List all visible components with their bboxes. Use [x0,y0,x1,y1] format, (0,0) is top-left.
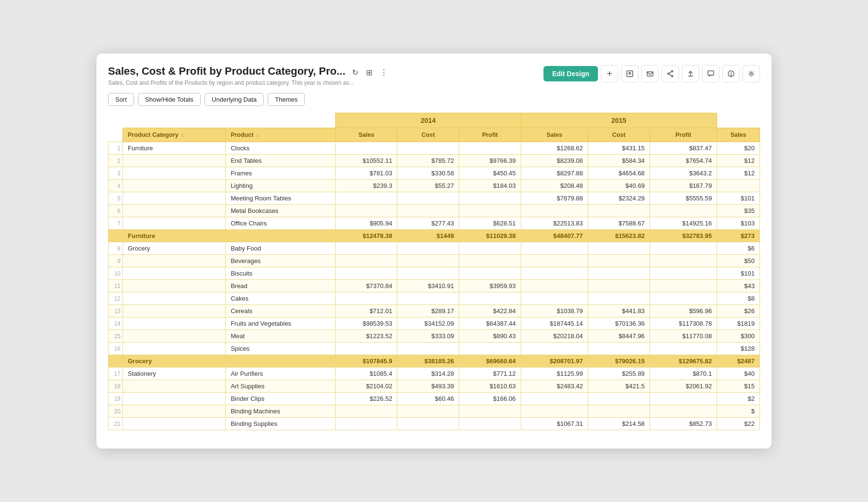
category-cell [123,267,226,280]
product-category-sort-icon[interactable]: ↓ [181,132,184,138]
subtotal-row: Furniture $12478.38 $1449 $11029.38 $484… [108,230,760,242]
cost-2014-cell [397,405,459,418]
export-icon-btn[interactable] [621,65,638,82]
profit-2014-cell: $11029.38 [459,230,521,242]
profit-2014-cell: $890.43 [459,330,521,343]
upload-icon-btn[interactable] [682,65,699,82]
sales-2014-cell [336,292,397,305]
category-cell [123,180,226,192]
extra-sales-cell: $101 [717,192,760,205]
product-category-col-header: Product Category ↓ [123,128,226,142]
product-cell: Meat [226,330,336,343]
show-hide-totals-button[interactable]: Show/Hide Totals [138,93,201,106]
sales-2015-cell [521,267,588,280]
product-cell: Binder Clips [226,393,336,405]
cost-2015-cell: $79026.15 [588,355,650,368]
profit-2014-cell [459,205,521,217]
sales-2014-cell [336,267,397,280]
refresh-icon-btn[interactable]: ↻ [350,67,360,78]
product-sort-icon[interactable]: ↓ [257,132,259,138]
cost-2014-cell [397,292,459,305]
sales-2014-cell: $98539.53 [336,317,397,330]
category-cell [123,418,226,430]
email-icon-btn[interactable] [641,65,659,82]
sales-2015-cell: $20218.04 [521,330,588,343]
sort-button[interactable]: Sort [108,93,134,106]
cost-2015-cell [588,205,650,217]
profit-2014-cell [459,292,521,305]
profit-2014-col-header: Profit [459,128,521,142]
table-row: 2 End Tables $10552.11 $785.72 $9766.39 … [108,155,760,167]
cost-2015-cell: $214.58 [588,418,650,430]
profit-2014-cell [459,255,521,267]
sales-2014-cell: $239.3 [336,180,397,192]
cost-2014-cell [397,242,459,255]
extra-sales-cell: $12 [717,167,760,180]
svg-line-7 [669,74,672,76]
edit-design-button[interactable]: Edit Design [543,66,598,81]
share-icon-btn[interactable] [662,65,679,82]
alert-icon-btn[interactable] [722,65,740,82]
cost-2015-cell [588,292,650,305]
product-cell: Clocks [226,142,336,155]
cost-2015-cell [588,255,650,267]
cost-2015-cell: $255.89 [588,368,650,380]
row-num: 21 [108,418,123,430]
row-num: 2 [108,155,123,167]
row-num: 9 [108,255,123,267]
profit-2014-cell: $69660.64 [459,355,521,368]
sales-2014-cell: $10552.11 [336,155,397,167]
more-icon-btn[interactable]: ⋮ [378,67,390,78]
sales-2015-cell [521,255,588,267]
profit-2014-cell [459,142,521,155]
category-cell: Grocery [123,355,226,368]
cost-2014-cell [397,192,459,205]
cost-2014-cell: $34152.09 [397,317,459,330]
toolbar: Sort Show/Hide Totals Underlying Data Th… [108,93,760,106]
sales-2014-cell: $1085.4 [336,368,397,380]
grid-icon-btn[interactable]: ⊞ [364,67,374,78]
table-row: 6 Metal Bookcases $35 [108,205,760,217]
themes-button[interactable]: Themes [268,93,305,106]
cost-2014-cell: $330.58 [397,167,459,180]
table-row: 12 Cakes $8 [108,292,760,305]
row-num: 3 [108,167,123,180]
cost-2015-cell: $431.15 [588,142,650,155]
category-cell [123,292,226,305]
profit-2014-cell: $450.45 [459,167,521,180]
header: Sales, Cost & Profit by Product Category… [108,65,760,86]
cost-2015-cell: $40.69 [588,180,650,192]
title-icons: ↻ ⊞ ⋮ [350,67,390,78]
data-table-container: 2014 2015 Product Category ↓ Product ↓ S… [108,113,760,430]
product-cell: End Tables [226,155,336,167]
row-num: 10 [108,267,123,280]
extra-sales-cell: $6 [717,242,760,255]
profit-2015-cell: $129675.82 [650,355,717,368]
settings-icon-btn[interactable] [743,65,760,82]
table-row: 18 Art Supplies $2104.02 $493.39 $1610.6… [108,380,760,393]
underlying-data-button[interactable]: Underlying Data [204,93,264,106]
add-icon-btn[interactable]: + [601,65,618,82]
sales-2015-cell [521,242,588,255]
cost-2014-cell: $333.09 [397,330,459,343]
cost-2015-cell: $4654.68 [588,167,650,180]
cost-2015-cell: $2324.29 [588,192,650,205]
profit-2014-cell: $1610.63 [459,380,521,393]
row-num [108,355,123,368]
sales-2014-cell: $781.03 [336,167,397,180]
profit-2015-cell: $596.96 [650,305,717,317]
profit-2014-cell [459,405,521,418]
extra-sales-cell: $12 [717,155,760,167]
category-cell [123,393,226,405]
extra-sales-cell: $300 [717,330,760,343]
cost-2015-col-header: Cost [588,128,650,142]
row-num: 7 [108,217,123,230]
year-2014-header: 2014 [336,113,521,128]
comment-icon-btn[interactable] [702,65,719,82]
profit-2015-cell: $2061.92 [650,380,717,393]
table-row: 1 Furniture Clocks $1268.62 $431.15 $837… [108,142,760,155]
product-cell: Spices [226,343,336,355]
cost-2015-cell: $70136.36 [588,317,650,330]
profit-2015-cell: $3643.2 [650,167,717,180]
profit-2015-cell [650,267,717,280]
